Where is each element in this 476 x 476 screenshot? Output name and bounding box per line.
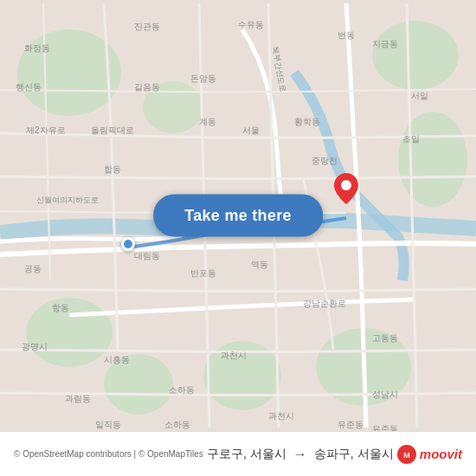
destination-label: 송파구, 서울시 xyxy=(314,447,394,462)
svg-text:공동: 공동 xyxy=(24,264,42,273)
button-overlay: Take me there xyxy=(153,195,323,237)
svg-text:길음동: 길음동 xyxy=(134,82,160,92)
svg-text:반포동: 반포동 xyxy=(190,268,216,278)
svg-text:올림픽대로: 올림픽대로 xyxy=(91,125,134,135)
origin-label: 구로구, 서울시 xyxy=(207,447,286,462)
route-info: 구로구, 서울시 → 송파구, 서울시 xyxy=(207,447,394,462)
svg-text:성남시: 성남시 xyxy=(372,389,398,399)
svg-text:과천시: 과천시 xyxy=(221,351,247,360)
bottom-bar: © OpenStreetMap contributors | © OpenMap… xyxy=(0,431,476,476)
origin-marker xyxy=(121,237,135,251)
svg-text:신월여의지하도로: 신월여의지하도로 xyxy=(36,196,99,204)
svg-point-3 xyxy=(398,112,467,207)
svg-text:일직동: 일직동 xyxy=(95,420,121,429)
svg-text:지금동: 지금동 xyxy=(372,39,398,48)
svg-text:서울: 서울 xyxy=(242,125,260,135)
svg-text:화정동: 화정동 xyxy=(24,43,50,53)
svg-text:합동: 합동 xyxy=(104,164,121,174)
svg-point-2 xyxy=(372,21,459,90)
destination-marker xyxy=(334,173,358,208)
attribution-text: © OpenStreetMap contributors | © OpenMap… xyxy=(14,449,203,459)
svg-text:유준동: 유준동 xyxy=(338,420,363,429)
svg-text:행신동: 행신동 xyxy=(16,82,42,92)
moovit-logo-text: moovit xyxy=(420,447,462,461)
map-area: 화정동 진관동 수유동 번동 행신동 제2자유로 길음동 돈암동 올림픽대로 계… xyxy=(0,0,476,431)
svg-text:제2자유로: 제2자유로 xyxy=(26,125,66,135)
svg-text:번동: 번동 xyxy=(338,30,355,40)
arrow-icon: → xyxy=(293,447,307,462)
svg-text:소하동: 소하동 xyxy=(164,420,190,429)
svg-text:소하동: 소하동 xyxy=(169,385,195,395)
svg-text:M: M xyxy=(403,451,410,460)
svg-text:서일: 서일 xyxy=(411,91,428,100)
svg-point-6 xyxy=(26,298,113,367)
svg-text:광명시: 광명시 xyxy=(22,342,48,351)
svg-text:수유동: 수유동 xyxy=(238,20,264,29)
take-me-there-button[interactable]: Take me there xyxy=(153,195,323,237)
svg-text:유준동: 유준동 xyxy=(372,424,398,431)
svg-text:진관동: 진관동 xyxy=(134,22,160,31)
moovit-logo-icon: M xyxy=(397,445,416,464)
svg-text:중랑천: 중랑천 xyxy=(312,156,338,165)
svg-text:돈암동: 돈암동 xyxy=(190,74,216,83)
svg-text:시흥동: 시흥동 xyxy=(104,355,130,364)
svg-text:계동: 계동 xyxy=(199,117,216,126)
svg-text:황학동: 황학동 xyxy=(294,117,320,126)
moovit-logo: M moovit xyxy=(397,445,462,464)
svg-text:과천시: 과천시 xyxy=(268,411,294,421)
svg-text:과림동: 과림동 xyxy=(65,394,91,403)
svg-text:강남순환로: 강남순환로 xyxy=(303,299,346,308)
svg-text:초일: 초일 xyxy=(402,134,420,144)
svg-point-46 xyxy=(341,180,351,190)
svg-text:대림동: 대림동 xyxy=(134,251,160,261)
app-container: 화정동 진관동 수유동 번동 행신동 제2자유로 길음동 돈암동 올림픽대로 계… xyxy=(0,0,476,476)
svg-text:고동동: 고동동 xyxy=(372,333,398,343)
svg-text:역동: 역동 xyxy=(251,260,268,269)
svg-text:항동: 항동 xyxy=(52,303,69,312)
